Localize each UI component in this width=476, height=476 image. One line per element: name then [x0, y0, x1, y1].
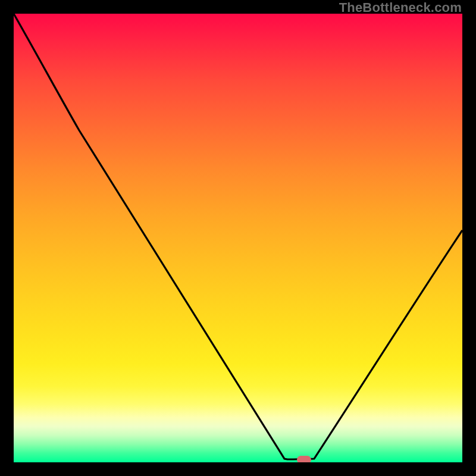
curve-path	[14, 14, 462, 459]
chart-frame: TheBottleneck.com	[0, 0, 476, 476]
watermark-text: TheBottleneck.com	[339, 0, 462, 15]
plot-area	[14, 14, 462, 462]
optimal-marker	[297, 456, 311, 462]
bottleneck-curve	[14, 14, 462, 462]
